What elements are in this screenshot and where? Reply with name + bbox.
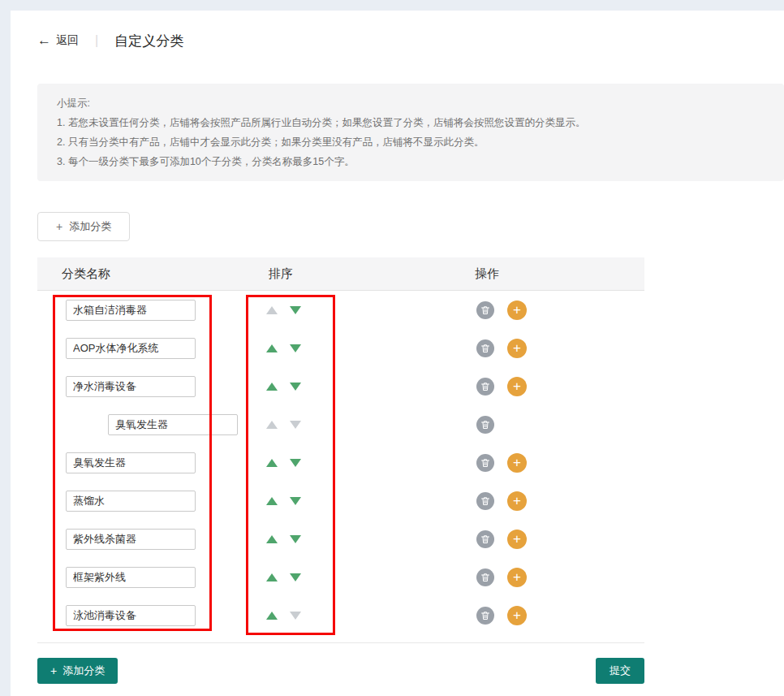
content-card: ← 返回 | 自定义分类 小提示: 1. 若您未设置任何分类，店铺将会按照产品所… [11, 11, 784, 696]
delete-button[interactable] [476, 301, 494, 319]
delete-button[interactable] [476, 492, 494, 510]
category-name-input[interactable] [66, 567, 196, 588]
footer: + 添加分类 提交 [37, 658, 644, 684]
move-down-icon[interactable] [290, 383, 301, 391]
add-subcategory-button[interactable]: + [507, 530, 527, 549]
back-label: 返回 [56, 33, 79, 48]
title-divider: | [95, 33, 98, 48]
subcategory-name-input[interactable] [108, 414, 238, 435]
trash-icon [480, 573, 490, 582]
delete-button[interactable] [476, 607, 494, 625]
delete-button[interactable] [476, 568, 494, 586]
category-name-input[interactable] [66, 529, 196, 550]
category-name-input[interactable] [66, 452, 196, 473]
tips-item: 3. 每个一级分类下最多可添加10个子分类，分类名称最多15个字。 [57, 152, 768, 171]
tips-item: 1. 若您未设置任何分类，店铺将会按照产品所属行业自动分类；如果您设置了分类，店… [57, 113, 768, 132]
footer-divider [37, 642, 644, 643]
header-actions: 操作 [475, 266, 644, 282]
trash-icon [480, 382, 490, 391]
back-arrow-icon: ← [37, 32, 51, 49]
move-up-icon[interactable] [266, 535, 278, 543]
add-subcategory-button[interactable]: + [507, 491, 527, 511]
add-subcategory-button[interactable]: + [507, 453, 527, 473]
back-button[interactable]: ← 返回 [37, 32, 79, 49]
move-down-icon[interactable] [290, 459, 301, 467]
table-row: + [37, 596, 644, 634]
table-header: 分类名称 排序 操作 [37, 257, 644, 291]
category-name-input[interactable] [66, 300, 196, 321]
move-down-icon [290, 612, 301, 620]
add-subcategory-button[interactable]: + [507, 300, 527, 320]
trash-icon [480, 420, 490, 430]
move-up-icon[interactable] [266, 573, 278, 581]
table-row: + [37, 482, 644, 520]
move-up-icon [266, 306, 278, 314]
trash-icon [480, 344, 490, 353]
move-down-icon[interactable] [290, 497, 301, 505]
add-category-label: 添加分类 [62, 664, 105, 678]
submit-button[interactable]: 提交 [596, 658, 644, 684]
category-name-input[interactable] [66, 338, 196, 359]
topbar: ← 返回 | 自定义分类 [37, 28, 784, 53]
trash-icon [480, 611, 490, 620]
tips-panel: 小提示: 1. 若您未设置任何分类，店铺将会按照产品所属行业自动分类；如果您设置… [37, 84, 784, 181]
trash-icon [480, 534, 490, 544]
move-down-icon[interactable] [290, 535, 301, 543]
plus-icon: + [50, 664, 57, 677]
add-category-button-top[interactable]: + 添加分类 [37, 212, 130, 241]
tips-item: 2. 只有当分类中有产品，店铺中才会显示此分类；如果分类里没有产品，店铺将不显示… [57, 132, 768, 152]
move-down-icon[interactable] [290, 306, 301, 314]
trash-icon [480, 458, 490, 468]
table-row: + [37, 558, 644, 596]
category-name-input[interactable] [66, 491, 196, 512]
add-subcategory-button[interactable]: + [507, 377, 527, 396]
tips-title: 小提示: [57, 93, 768, 113]
delete-button[interactable] [476, 454, 494, 472]
add-subcategory-button[interactable]: + [507, 606, 527, 625]
trash-icon [480, 305, 490, 315]
table-row: + [37, 443, 644, 482]
move-up-icon[interactable] [266, 612, 278, 620]
move-up-icon[interactable] [266, 459, 278, 467]
category-name-input[interactable] [66, 376, 196, 397]
move-up-icon [266, 421, 278, 429]
table-row: + [37, 329, 644, 367]
add-category-label: 添加分类 [69, 219, 111, 234]
table-body: + + [37, 291, 644, 634]
trash-icon [480, 496, 490, 506]
table-row: + [37, 520, 644, 558]
move-up-icon[interactable] [266, 383, 278, 391]
move-down-icon[interactable] [290, 573, 301, 581]
add-subcategory-button[interactable]: + [507, 339, 527, 358]
move-up-icon[interactable] [266, 344, 278, 352]
category-table: 分类名称 排序 操作 + [37, 257, 644, 634]
move-down-icon [290, 421, 301, 429]
table-row: + [37, 367, 644, 405]
delete-button[interactable] [476, 339, 494, 357]
page-title: 自定义分类 [114, 32, 183, 50]
plus-icon: + [56, 220, 62, 233]
delete-button[interactable] [476, 530, 494, 548]
delete-button[interactable] [476, 416, 494, 434]
table-row: + [37, 405, 644, 443]
header-sort: 排序 [240, 266, 475, 282]
add-category-button-bottom[interactable]: + 添加分类 [37, 658, 118, 684]
header-category-name: 分类名称 [37, 266, 240, 282]
table-row: + [37, 291, 644, 329]
move-down-icon[interactable] [290, 344, 301, 352]
move-up-icon[interactable] [266, 497, 278, 505]
category-name-input[interactable] [66, 605, 196, 626]
delete-button[interactable] [476, 378, 494, 396]
add-subcategory-button[interactable]: + [507, 568, 527, 587]
